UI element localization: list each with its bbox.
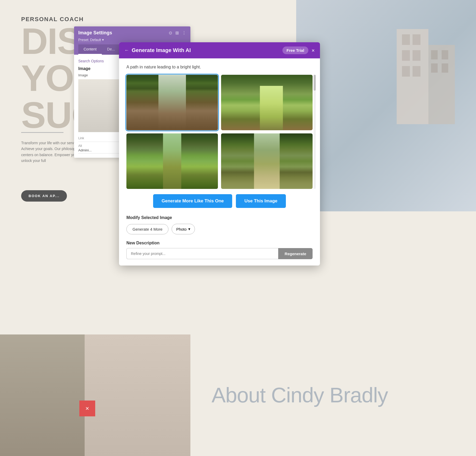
ai-image-3[interactable] — [126, 133, 218, 189]
tab-content[interactable]: Content — [78, 44, 102, 55]
ai-generate-modal: ← Generate Image With AI Free Trial × A … — [119, 42, 320, 266]
hero-image-right — [296, 0, 476, 211]
regenerate-button[interactable]: Regenerate — [278, 248, 313, 259]
generate-more-button[interactable]: Generate More Like This One — [153, 194, 232, 208]
generate-4-more-button[interactable]: Generate 4 More — [126, 224, 168, 234]
new-description-input[interactable] — [126, 248, 278, 259]
photo-type-select[interactable]: Photo ▾ — [172, 224, 195, 234]
fullscreen-icon[interactable]: ⊙ — [169, 30, 172, 35]
preset-selector[interactable]: Preset: Default ▾ — [78, 38, 186, 42]
ai-modal-header: ← Generate Image With AI Free Trial × — [119, 42, 320, 58]
ai-modal-title: Generate Image With AI — [132, 47, 191, 53]
bottom-section: About Cindy Bradly — [0, 334, 476, 456]
scroll-thumb — [314, 75, 316, 91]
svg-rect-9 — [442, 50, 448, 59]
ai-action-buttons: Generate More Like This One Use This Ima… — [126, 194, 313, 208]
svg-rect-1 — [402, 34, 410, 45]
svg-rect-8 — [431, 50, 438, 59]
modify-row: Generate 4 More Photo ▾ — [126, 224, 313, 234]
new-description-row: Regenerate — [126, 248, 313, 259]
svg-rect-10 — [431, 63, 438, 73]
close-button-red[interactable]: × — [79, 401, 95, 416]
scroll-bar[interactable] — [314, 75, 316, 189]
svg-rect-11 — [442, 63, 448, 73]
ai-modal-header-left: ← Generate Image With AI — [124, 47, 191, 53]
tab-design[interactable]: De... — [102, 44, 120, 55]
ai-image-4[interactable] — [221, 133, 313, 189]
use-image-button[interactable]: Use This Image — [236, 194, 286, 208]
svg-rect-5 — [402, 66, 410, 77]
forest-image-1 — [126, 75, 218, 130]
free-trial-badge[interactable]: Free Trial — [282, 46, 309, 54]
svg-rect-6 — [413, 66, 420, 77]
close-modal-button[interactable]: × — [312, 48, 315, 53]
about-text: About Cindy Bradly — [212, 383, 388, 407]
ai-modal-body: A path in nature leading to a bright lig… — [119, 58, 320, 266]
forest-image-4 — [221, 133, 313, 189]
modify-section-title: Modify Selected Image — [126, 215, 313, 220]
more-options-icon[interactable]: ⋮ — [182, 30, 186, 35]
photo-option-label: Photo — [176, 227, 186, 231]
bottom-person-image — [85, 334, 190, 456]
bottom-left-image — [0, 334, 85, 456]
ai-image-1[interactable] — [126, 75, 218, 130]
is-header-icons: ⊙ ⊞ ⋮ — [169, 30, 186, 35]
chevron-down-icon: ▾ — [188, 227, 190, 231]
grid-icon[interactable]: ⊞ — [175, 30, 179, 35]
image-placeholder — [78, 79, 126, 132]
divider — [21, 132, 63, 133]
is-header-top: Image Settings ⊙ ⊞ ⋮ — [78, 30, 186, 36]
ai-images-grid — [126, 75, 313, 189]
svg-rect-4 — [413, 50, 420, 61]
svg-rect-2 — [413, 34, 420, 45]
svg-rect-3 — [402, 50, 410, 61]
ai-modal-header-right: Free Trial × — [282, 46, 315, 54]
book-appointment-button[interactable]: BOOK AN AP... — [21, 190, 67, 202]
is-panel-title: Image Settings — [78, 30, 112, 36]
new-description-title: New Description — [126, 241, 313, 245]
forest-image-2 — [221, 75, 313, 130]
prompt-display: A path in nature leading to a bright lig… — [126, 65, 313, 69]
ai-image-2[interactable] — [221, 75, 313, 130]
bottom-right-area: About Cindy Bradly — [190, 334, 476, 456]
back-icon[interactable]: ← — [124, 48, 129, 53]
forest-image-3 — [126, 133, 218, 189]
